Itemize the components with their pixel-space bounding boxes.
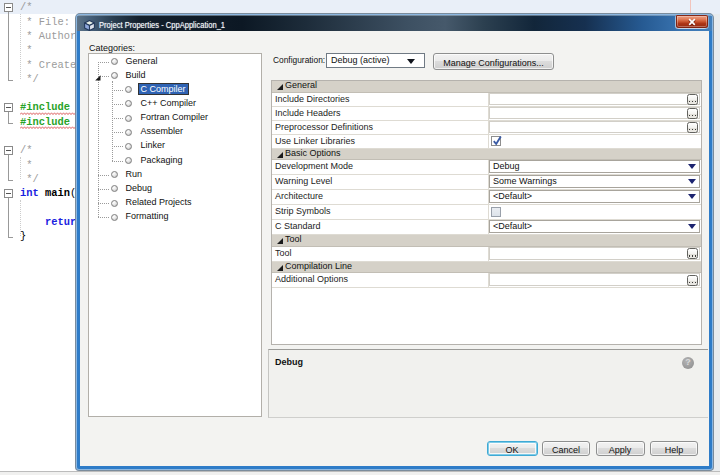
tree-item-label: Formatting <box>126 211 169 221</box>
value-text-field[interactable] <box>489 247 700 260</box>
ellipsis-button[interactable]: ... <box>687 94 698 105</box>
property-name: Preprocessor Definitions <box>275 122 373 132</box>
tree-item-label: Assembler <box>141 126 184 136</box>
property-value-cell[interactable]: ... <box>489 93 701 106</box>
value-text-field[interactable] <box>489 107 700 119</box>
value-combobox[interactable]: Debug <box>489 160 700 173</box>
property-row-strip-symbols: Strip Symbols <box>272 205 701 220</box>
tree-item-formatting[interactable]: Formatting <box>89 210 261 224</box>
property-value-cell[interactable]: ... <box>489 273 701 287</box>
tree-item-label: Fortran Compiler <box>141 112 209 122</box>
help-glyph: ? <box>682 357 694 367</box>
section-expanded-icon <box>277 84 283 90</box>
code-token: /* <box>20 144 32 156</box>
property-row-warning-level: Warning LevelSome Warnings <box>272 175 701 190</box>
tree-item-label: Build <box>126 70 146 80</box>
value-combobox[interactable]: <Default> <box>489 220 700 233</box>
ok-button[interactable]: OK <box>487 441 538 456</box>
tree-connector-line <box>112 161 123 162</box>
button-label: Apply <box>597 444 644 457</box>
tree-item-debug[interactable]: Debug <box>89 182 261 196</box>
tree-item-label: Related Projects <box>126 197 192 207</box>
fold-end-tick <box>8 237 13 238</box>
property-value-cell[interactable] <box>489 135 701 148</box>
ellipsis-button[interactable]: ... <box>687 108 698 119</box>
code-line: */ <box>20 72 39 86</box>
ellipsis-button[interactable]: ... <box>687 275 698 286</box>
tree-item-packaging[interactable]: Packaging <box>89 154 261 168</box>
fold-collapse-box[interactable] <box>4 103 13 112</box>
value-text-field[interactable] <box>489 273 700 286</box>
property-value-cell[interactable]: Some Warnings <box>489 175 701 189</box>
code-token: * File: <box>20 16 76 28</box>
fold-collapse-box[interactable] <box>4 3 13 12</box>
tree-item-assembler[interactable]: Assembler <box>89 125 261 139</box>
property-value-cell[interactable]: ... <box>489 247 701 261</box>
tree-item-general[interactable]: General <box>89 55 261 69</box>
tree-item-fortran-compiler[interactable]: Fortran Compiler <box>89 111 261 125</box>
manage-configurations-button[interactable]: Manage Configurations... <box>433 53 554 70</box>
fold-collapse-box[interactable] <box>4 189 13 198</box>
fold-collapse-box[interactable] <box>4 146 13 155</box>
property-value-cell[interactable]: Debug <box>489 160 701 174</box>
categories-tree[interactable]: GeneralBuildC CompilerC++ CompilerFortra… <box>88 53 262 417</box>
fold-end-tick <box>8 80 13 81</box>
chevron-down-icon[interactable] <box>688 224 696 229</box>
tree-item-label: C++ Compiler <box>141 98 197 108</box>
sheet-section-header[interactable]: Basic Options <box>272 149 701 161</box>
code-line: * <box>20 158 32 172</box>
cancel-button[interactable]: Cancel <box>542 441 590 456</box>
property-value-cell[interactable]: ... <box>489 107 701 120</box>
property-name: Use Linker Libraries <box>275 136 355 146</box>
sheet-section-header[interactable]: Tool <box>272 235 701 247</box>
check-icon <box>492 135 503 147</box>
sheet-section-header[interactable]: Compilation Line <box>272 262 701 274</box>
ellipsis-button[interactable]: ... <box>687 122 698 133</box>
tree-item-linker[interactable]: Linker <box>89 139 261 153</box>
tree-item-related-projects[interactable]: Related Projects <box>89 196 261 210</box>
help-button[interactable]: Help <box>650 441 698 456</box>
category-node-icon <box>125 129 132 136</box>
indent-guide <box>20 14 21 79</box>
property-value-cell[interactable]: ... <box>489 121 701 134</box>
chevron-down-icon[interactable] <box>688 179 696 184</box>
close-button[interactable] <box>676 15 708 28</box>
tree-item-run[interactable]: Run <box>89 168 261 182</box>
tree-item-build[interactable]: Build <box>89 69 261 83</box>
tree-item-label: Debug <box>126 183 153 193</box>
value-text-field[interactable] <box>489 121 700 133</box>
section-title: General <box>285 80 317 90</box>
editor-current-line-highlight <box>0 0 720 14</box>
value-combobox[interactable]: <Default> <box>489 190 700 203</box>
tree-expanded-arrow-icon[interactable] <box>95 75 101 81</box>
property-value-cell[interactable] <box>489 205 701 219</box>
fold-end-tick <box>8 180 13 181</box>
chevron-down-icon[interactable] <box>688 164 696 169</box>
checkbox-checked[interactable] <box>491 136 501 146</box>
value-text-field[interactable] <box>489 93 700 105</box>
ellipsis-label: ... <box>689 282 690 284</box>
property-row-c-standard: C Standard<Default> <box>272 220 701 235</box>
code-token: * Create <box>20 59 76 71</box>
chevron-down-icon[interactable] <box>688 194 696 199</box>
checkbox-unchecked[interactable] <box>491 207 501 217</box>
property-value-cell[interactable]: <Default> <box>489 220 701 234</box>
editor-scrollbar-track[interactable] <box>713 14 720 471</box>
property-name: Strip Symbols <box>275 206 331 216</box>
property-row-use-linker-libraries: Use Linker Libraries <box>272 135 701 149</box>
help-circle-icon[interactable]: ? <box>682 357 694 369</box>
apply-button[interactable]: Apply <box>596 441 645 456</box>
fold-guide-line <box>8 198 9 237</box>
category-node-icon <box>111 72 118 79</box>
property-row-preprocessor-definitions: Preprocessor Definitions... <box>272 121 701 135</box>
dialog-titlebar[interactable]: Project Properties - CppApplication_1 <box>77 15 712 31</box>
combobox-value: <Default> <box>493 191 532 201</box>
property-value-cell[interactable]: <Default> <box>489 190 701 204</box>
configuration-combobox[interactable]: Debug (active) <box>326 53 425 68</box>
code-token <box>20 216 45 228</box>
sheet-section-header[interactable]: General <box>272 81 701 93</box>
tree-item-c-compiler[interactable]: C Compiler <box>89 83 261 97</box>
value-combobox[interactable]: Some Warnings <box>489 175 700 188</box>
tree-item-c-compiler[interactable]: C++ Compiler <box>89 97 261 111</box>
ellipsis-button[interactable]: ... <box>687 248 698 259</box>
